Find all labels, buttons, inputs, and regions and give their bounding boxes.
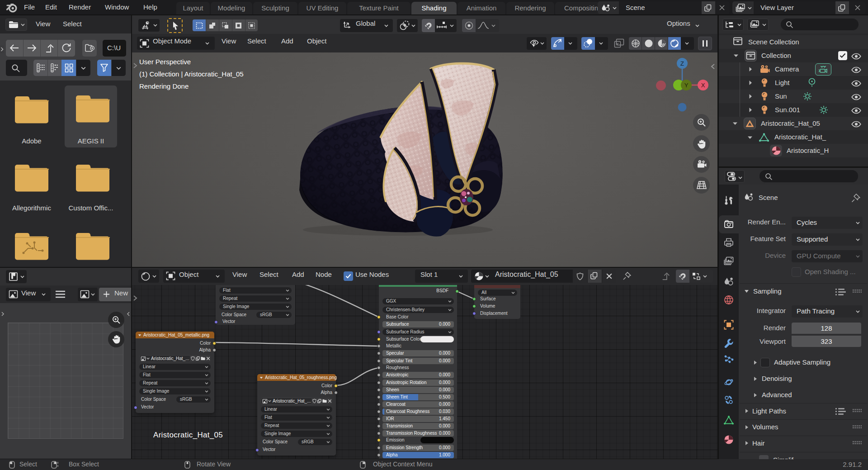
svg-text:Y: Y [684,82,689,89]
svg-text:X: X [701,82,705,89]
svg-text:Z: Z [680,60,684,67]
